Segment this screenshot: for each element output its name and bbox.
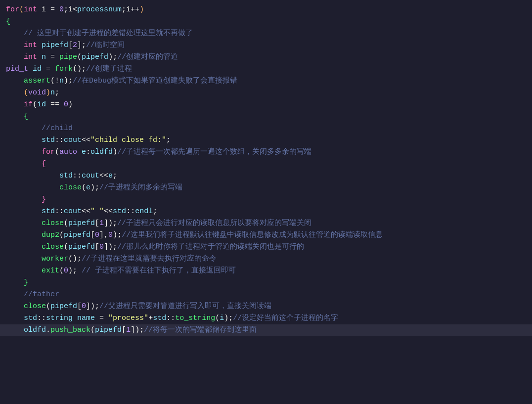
code-line: (void)n;: [0, 87, 532, 99]
code-line: }: [0, 277, 532, 289]
code-line: exit(0); // 子进程不需要在往下执行了，直接返回即可: [0, 265, 532, 277]
code-line: assert(!n);//在Debug模式下如果管道创建失败了会直接报错: [0, 75, 532, 87]
code-line: int n = pipe(pipefd);//创建对应的管道: [0, 51, 532, 63]
code-line: oldfd.push_back(pipefd[1]);//将每一次的写端都储存到…: [0, 324, 532, 336]
code-line: worker();//子进程在这里就需要去执行对应的命令: [0, 253, 532, 265]
code-line: {: [0, 111, 532, 123]
code-line: {: [0, 16, 532, 28]
code-line: {: [0, 158, 532, 170]
code-line: for(auto e:oldfd)//子进程每一次都先遍历一遍这个数组，关闭多多…: [0, 146, 532, 158]
code-line: if(id == 0): [0, 99, 532, 111]
code-line: close(e);//子进程关闭多余的写端: [0, 182, 532, 194]
code-line: std::cout<<"child close fd:";: [0, 135, 532, 146]
code-line: pid_t id = fork();//创建子进程: [0, 63, 532, 75]
code-line: for(int i = 0;i<processnum;i++): [0, 4, 532, 16]
code-line: close(pipefd[0]);//父进程只需要对管道进行写入即可，直接关闭读…: [0, 301, 532, 313]
code-line: }: [0, 194, 532, 206]
code-line: std::cout<<" "<<std::endl;: [0, 206, 532, 218]
code-line: close(pipefd[1]);//子进程只会进行对应的读取信息所以要将对应的…: [0, 218, 532, 229]
code-line: close(pipefd[0]);//那儿么此时你将子进程对于管道的读端关闭也是…: [0, 241, 532, 253]
code-line: // 这里对于创建子进程的差错处理这里就不再做了: [0, 28, 532, 40]
code-editor: for(int i = 0;i<processnum;i++) { // 这里对…: [0, 0, 532, 404]
code-line: int pipefd[2];//临时空间: [0, 40, 532, 51]
code-line: //child: [0, 123, 532, 135]
code-line: std::cout<<e;: [0, 170, 532, 182]
code-line: std::string name = "process"+std::to_str…: [0, 313, 532, 324]
code-line: //father: [0, 289, 532, 301]
code-line: dup2(pipefd[0],0);//这里我们将子进程默认往键盘中读取信息修改…: [0, 229, 532, 241]
